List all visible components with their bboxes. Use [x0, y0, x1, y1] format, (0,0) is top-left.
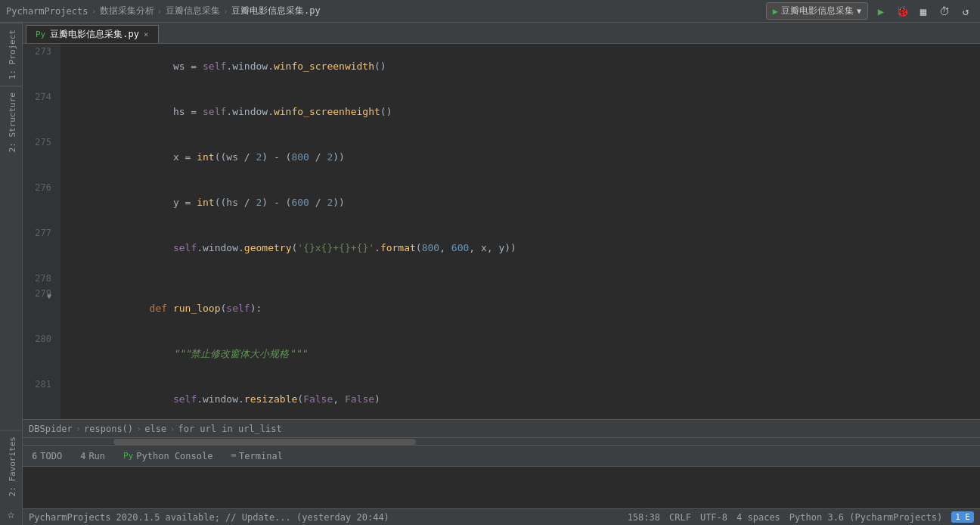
breadcrumb-item-4[interactable]: 豆瓣电影信息采集.py [231, 5, 321, 17]
indent-info[interactable]: 4 spaces [737, 512, 780, 523]
code-line-279: 279 ▼ def run_loop(self): [23, 286, 980, 331]
python-console-tab[interactable]: Py Python Console [120, 449, 216, 463]
file-encoding[interactable]: UTF-8 [700, 512, 727, 523]
toolbar-right: ▶ 豆瓣电影信息采集 ▼ ▶ 🐞 ▦ ⏱ ↺ [766, 2, 974, 20]
code-breadcrumb: DBSpider › respons() › else › for url in… [23, 420, 980, 438]
code-line-278: 278 [23, 271, 980, 286]
code-line-281: 281 self.window.resizable(False, False) [23, 377, 980, 419]
sidebar-item-project[interactable]: 1: Project [0, 23, 22, 85]
debug-button[interactable]: 🐞 [894, 3, 910, 20]
code-line-280: 280 """禁止修改窗体大小规格""" [23, 331, 980, 377]
python-version[interactable]: Python 3.6 (PycharmProjects) [789, 512, 942, 523]
bottom-panel: DBSpider › respons() › else › for url in… [23, 419, 980, 525]
breadcrumb: PycharmProjects › 数据采集分析 › 豆瓣信息采集 › 豆瓣电影… [6, 5, 321, 17]
status-update-msg[interactable]: PycharmProjects 2020.1.5 available; // U… [29, 512, 389, 523]
horizontal-scrollbar[interactable] [23, 438, 980, 446]
coverage-button[interactable]: ▦ [915, 3, 932, 20]
breadcrumb-class[interactable]: DBSpider [29, 424, 73, 434]
sidebar-item-favorites[interactable]: 2: Favorites [0, 430, 22, 502]
fold-arrow-279[interactable]: ▼ [47, 289, 51, 304]
status-right: 158:38 CRLF UTF-8 4 spaces Python 3.6 (P… [628, 511, 974, 523]
code-line-276: 276 y = int((hs / 2) - (600 / 2)) [23, 180, 980, 225]
code-line-275: 275 x = int((ws / 2) - (800 / 2)) [23, 135, 980, 180]
run-config-selector[interactable]: ▶ 豆瓣电影信息采集 ▼ [766, 2, 868, 20]
cursor-position[interactable]: 158:38 [628, 512, 660, 523]
status-bar: PycharmProjects 2020.1.5 available; // U… [23, 508, 980, 525]
breadcrumb-method[interactable]: respons() [84, 424, 133, 434]
restart-button[interactable]: ↺ [957, 3, 974, 20]
chevron-down-icon: ▼ [857, 7, 861, 15]
breadcrumb-loop[interactable]: for url in url_list [178, 424, 281, 434]
breadcrumb-item-3[interactable]: 豆瓣信息采集 [166, 5, 220, 17]
breadcrumb-item-2[interactable]: 数据采集分析 [100, 5, 154, 17]
tab-label: 豆瓣电影信息采集.py [50, 28, 139, 41]
run-button[interactable]: ▶ [873, 3, 889, 20]
profile-button[interactable]: ⏱ [936, 3, 953, 20]
run-tab[interactable]: 4 Run [77, 449, 108, 463]
bottom-toolbar: 6 TODO 4 Run Py Python Console ⌨ Termina… [23, 446, 980, 467]
event-badge[interactable]: 1 E [951, 511, 974, 523]
sidebar-item-structure[interactable]: 2: Structure [0, 85, 22, 158]
tab-close-button[interactable]: × [144, 30, 149, 39]
title-bar: PycharmProjects › 数据采集分析 › 豆瓣信息采集 › 豆瓣电影… [0, 0, 980, 23]
breadcrumb-item-1[interactable]: PycharmProjects [6, 6, 88, 17]
line-ending[interactable]: CRLF [669, 512, 691, 523]
code-editor[interactable]: 273 ws = self.window.winfo_screenwidth()… [23, 44, 980, 419]
file-tab-main[interactable]: Py 豆瓣电影信息采集.py × [26, 25, 159, 43]
todo-tab[interactable]: 6 TODO [29, 449, 65, 463]
code-line-277: 277 self.window.geometry('{}x{}+{}+{}'.f… [23, 225, 980, 271]
code-line-273: 273 ws = self.window.winfo_screenwidth() [23, 44, 980, 89]
code-line-274: 274 hs = self.window.winfo_screenheight(… [23, 89, 980, 135]
tab-bar: Py 豆瓣电影信息采集.py × [23, 23, 980, 44]
terminal-tab[interactable]: ⌨ Terminal [228, 449, 285, 463]
breadcrumb-block[interactable]: else [144, 424, 166, 434]
left-sidebar: 1: Project 2: Structure 2: Favorites ☆ [0, 23, 23, 525]
favorites-star-icon[interactable]: ☆ [0, 502, 22, 525]
